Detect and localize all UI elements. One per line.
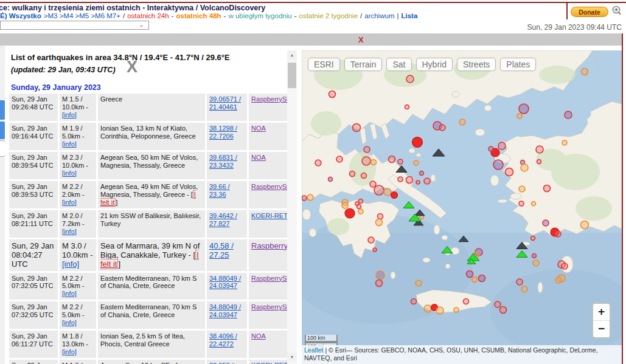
filter-link[interactable]: Lista (401, 12, 417, 19)
info-link[interactable]: [info] (62, 170, 77, 177)
close-icon[interactable]: X (358, 35, 364, 44)
earthquake-marker[interactable] (420, 171, 424, 176)
earthquake-marker[interactable] (532, 202, 536, 206)
earthquake-marker[interactable] (439, 125, 445, 131)
earthquake-marker[interactable] (361, 173, 367, 179)
earthquake-marker[interactable] (517, 114, 522, 118)
earthquake-marker[interactable] (329, 177, 333, 182)
filter-link[interactable]: ostatnie 2 tygodnie (299, 12, 358, 19)
earthquake-marker-recent[interactable] (391, 192, 398, 199)
filter-link[interactable]: archiwum (364, 12, 394, 19)
coordinates-link[interactable]: 38.1298 / 22.7206 (209, 125, 237, 140)
earthquake-marker[interactable] (357, 205, 361, 209)
earthquake-marker[interactable] (562, 263, 568, 269)
earthquake-marker[interactable] (516, 279, 523, 285)
filter-link[interactable]: ostatnich 48h (176, 12, 221, 19)
earthquake-marker[interactable] (562, 140, 567, 145)
region-select[interactable]: ⌄ (0, 21, 149, 30)
earthquake-marker[interactable] (489, 146, 493, 151)
earthquake-marker[interactable] (364, 146, 370, 153)
info-link[interactable]: [info] (62, 228, 77, 235)
earthquake-marker[interactable] (424, 178, 430, 184)
coordinates-link[interactable]: 40.58 / 27.25 (209, 241, 234, 259)
earthquake-marker[interactable] (454, 307, 459, 312)
info-link[interactable]: [info] (62, 259, 79, 269)
filter-link[interactable]: w ubiegłym tygodniu (228, 12, 291, 19)
zoom-out-button[interactable]: − (593, 321, 610, 337)
earthquake-marker[interactable] (398, 177, 403, 182)
filter-link[interactable]: ostatnich 24h (127, 12, 169, 19)
earthquake-marker[interactable] (555, 277, 562, 283)
earthquake-marker[interactable] (519, 201, 524, 206)
source-link[interactable]: NOA (251, 125, 266, 132)
earthquake-marker[interactable] (436, 307, 443, 314)
earthquake-marker[interactable] (411, 299, 417, 304)
earthquake-marker[interactable] (384, 188, 391, 196)
zoom-in-button[interactable]: + (593, 304, 610, 321)
scroll-up-icon[interactable]: ▲ (287, 50, 297, 60)
coordinates-link[interactable]: 34.88049 / 24.03947 (209, 275, 241, 290)
earthquake-marker[interactable] (536, 146, 543, 153)
interactive-map[interactable]: ESRITerrainSatHybridStreetsPlates + − 10… (302, 50, 622, 364)
earthquake-marker[interactable] (472, 277, 478, 283)
earthquake-marker[interactable] (359, 199, 363, 204)
search-icon[interactable] (611, 5, 623, 17)
earthquake-marker[interactable] (543, 220, 549, 226)
felt-report-link[interactable]: I felt it (100, 250, 199, 269)
earthquake-marker[interactable] (416, 180, 420, 184)
earthquake-marker[interactable] (342, 202, 348, 208)
earthquake-marker[interactable] (307, 194, 313, 201)
earthquake-marker[interactable] (467, 271, 473, 278)
layer-button-terrain[interactable]: Terrain (344, 58, 383, 71)
info-link[interactable]: [info] (62, 348, 77, 355)
coordinates-link[interactable]: 34.88049 / 24.03947 (209, 303, 241, 318)
info-link[interactable]: [info] (62, 290, 77, 297)
filter-link[interactable]: É) Wszystko (0, 12, 41, 19)
source-link[interactable]: RaspberryShake (251, 95, 287, 103)
earthquake-marker[interactable] (582, 69, 588, 75)
earthquake-marker[interactable] (537, 160, 541, 164)
earthquake-marker[interactable] (358, 209, 363, 214)
donate-button[interactable]: Donate (571, 7, 608, 17)
info-link[interactable]: [info] (62, 319, 77, 326)
earthquake-marker[interactable] (581, 221, 589, 229)
earthquake-marker[interactable] (378, 214, 383, 219)
filter-link[interactable]: >M3 >M4 >M5 >M6 M7+ (44, 12, 120, 19)
earthquake-marker[interactable] (495, 301, 501, 307)
earthquake-marker[interactable] (406, 177, 413, 184)
coordinates-link[interactable]: 39.66 / 23.36 (209, 183, 230, 198)
earthquake-marker-recent[interactable] (412, 137, 423, 148)
earthquake-marker[interactable] (532, 254, 537, 258)
earthquake-marker-recent[interactable] (345, 208, 355, 218)
earthquake-marker[interactable] (374, 185, 384, 195)
coordinates-link[interactable]: 38.4096 / 22.4272 (209, 332, 237, 348)
scroll-down-icon[interactable]: ▼ (287, 352, 297, 362)
earthquake-marker[interactable] (315, 160, 321, 166)
layer-button-streets[interactable]: Streets (457, 58, 496, 71)
earthquake-marker[interactable] (302, 196, 307, 201)
coordinates-link[interactable]: 36.953 / 27.5743 (209, 362, 234, 364)
earthquake-marker[interactable] (371, 160, 377, 165)
layer-button-esri[interactable]: ESRI (308, 58, 340, 71)
scrollbar-thumb[interactable] (288, 63, 296, 88)
earthquake-marker[interactable] (479, 275, 485, 282)
earthquake-marker[interactable] (350, 171, 355, 177)
source-link[interactable]: NOA (251, 154, 266, 161)
earthquake-marker[interactable] (414, 160, 419, 165)
earthquake-marker[interactable] (498, 142, 506, 149)
earthquake-marker[interactable] (376, 219, 383, 226)
layer-button-sat[interactable]: Sat (386, 58, 411, 71)
coordinates-link[interactable]: 39.06571 / 21.40461 (209, 95, 241, 111)
earthquake-marker[interactable] (362, 157, 370, 165)
close-icon[interactable]: X (127, 59, 137, 75)
info-link[interactable]: [info] (62, 140, 77, 148)
coordinates-link[interactable]: 39.4642 / 27.827 (209, 212, 237, 227)
earthquake-marker[interactable] (519, 104, 529, 114)
earthquake-marker[interactable] (533, 260, 539, 266)
earthquake-marker[interactable] (464, 299, 469, 304)
earthquake-marker[interactable] (521, 164, 528, 171)
earthquake-marker[interactable] (500, 307, 507, 314)
earthquake-marker[interactable] (416, 280, 422, 286)
earthquake-marker[interactable] (521, 286, 527, 292)
earthquake-marker[interactable] (353, 124, 361, 132)
